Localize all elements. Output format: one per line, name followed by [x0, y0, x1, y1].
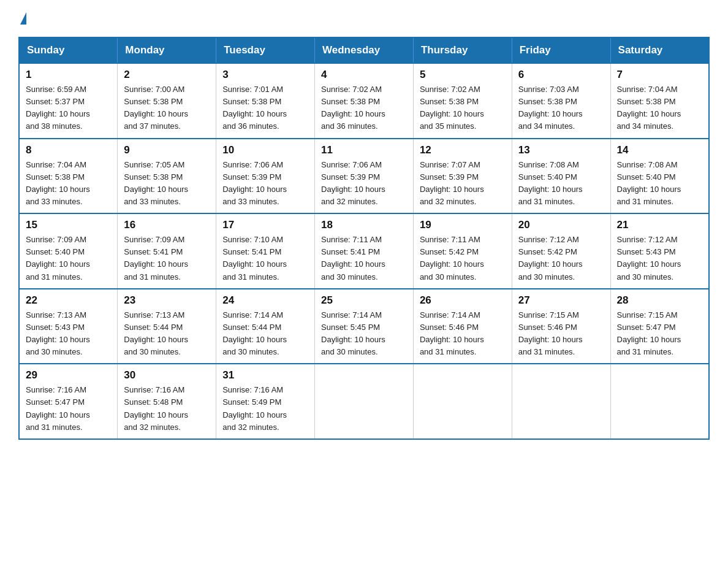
day-info: Sunrise: 7:13 AM Sunset: 5:44 PM Dayligh…: [124, 309, 210, 359]
day-info: Sunrise: 7:03 AM Sunset: 5:38 PM Dayligh…: [518, 83, 604, 133]
day-number: 23: [124, 294, 210, 307]
calendar-cell: 18 Sunrise: 7:11 AM Sunset: 5:41 PM Dayl…: [315, 213, 414, 289]
calendar-cell: 13 Sunrise: 7:08 AM Sunset: 5:40 PM Dayl…: [512, 139, 610, 214]
calendar-cell: 14 Sunrise: 7:08 AM Sunset: 5:40 PM Dayl…: [610, 139, 709, 214]
day-info: Sunrise: 7:13 AM Sunset: 5:43 PM Dayligh…: [26, 309, 111, 359]
calendar-cell: 23 Sunrise: 7:13 AM Sunset: 5:44 PM Dayl…: [118, 289, 216, 364]
day-info: Sunrise: 7:12 AM Sunset: 5:42 PM Dayligh…: [518, 234, 604, 283]
day-of-week-friday: Friday: [512, 37, 610, 63]
calendar-cell: 11 Sunrise: 7:06 AM Sunset: 5:39 PM Dayl…: [315, 139, 414, 214]
day-number: 10: [222, 144, 308, 156]
day-info: Sunrise: 7:12 AM Sunset: 5:43 PM Dayligh…: [617, 234, 702, 283]
day-number: 25: [321, 294, 407, 307]
logo-triangle-icon: [20, 12, 26, 25]
day-of-week-thursday: Thursday: [413, 37, 512, 63]
day-info: Sunrise: 6:59 AM Sunset: 5:37 PM Dayligh…: [26, 83, 111, 133]
calendar-cell: 25 Sunrise: 7:14 AM Sunset: 5:45 PM Dayl…: [315, 289, 414, 364]
day-of-week-tuesday: Tuesday: [216, 37, 315, 63]
calendar-cell: 31 Sunrise: 7:16 AM Sunset: 5:49 PM Dayl…: [216, 364, 315, 439]
day-of-week-saturday: Saturday: [610, 37, 709, 63]
day-info: Sunrise: 7:14 AM Sunset: 5:46 PM Dayligh…: [420, 309, 506, 359]
calendar-week-4: 22 Sunrise: 7:13 AM Sunset: 5:43 PM Dayl…: [19, 289, 709, 364]
calendar-cell: 20 Sunrise: 7:12 AM Sunset: 5:42 PM Dayl…: [512, 213, 610, 289]
day-number: 28: [617, 294, 702, 307]
day-number: 18: [321, 219, 407, 231]
calendar-cell: [413, 364, 512, 439]
day-info: Sunrise: 7:06 AM Sunset: 5:39 PM Dayligh…: [321, 159, 407, 209]
day-info: Sunrise: 7:08 AM Sunset: 5:40 PM Dayligh…: [617, 159, 702, 209]
day-number: 5: [420, 69, 506, 81]
day-number: 14: [617, 144, 702, 156]
day-number: 19: [420, 219, 506, 231]
day-of-week-wednesday: Wednesday: [315, 37, 414, 63]
day-number: 20: [518, 219, 604, 231]
calendar-cell: 8 Sunrise: 7:04 AM Sunset: 5:38 PM Dayli…: [19, 139, 118, 214]
day-number: 13: [518, 144, 604, 156]
calendar-cell: [315, 364, 414, 439]
calendar-cell: 24 Sunrise: 7:14 AM Sunset: 5:44 PM Dayl…: [216, 289, 315, 364]
day-info: Sunrise: 7:16 AM Sunset: 5:47 PM Dayligh…: [26, 384, 111, 434]
calendar-cell: 15 Sunrise: 7:09 AM Sunset: 5:40 PM Dayl…: [19, 213, 118, 289]
calendar-cell: 9 Sunrise: 7:05 AM Sunset: 5:38 PM Dayli…: [118, 139, 216, 214]
calendar-cell: 1 Sunrise: 6:59 AM Sunset: 5:37 PM Dayli…: [19, 63, 118, 139]
day-of-week-sunday: Sunday: [19, 37, 118, 63]
calendar-cell: 4 Sunrise: 7:02 AM Sunset: 5:38 PM Dayli…: [315, 63, 414, 139]
calendar-cell: [512, 364, 610, 439]
day-info: Sunrise: 7:06 AM Sunset: 5:39 PM Dayligh…: [222, 159, 308, 209]
calendar-cell: 26 Sunrise: 7:14 AM Sunset: 5:46 PM Dayl…: [413, 289, 512, 364]
day-number: 26: [420, 294, 506, 307]
day-info: Sunrise: 7:08 AM Sunset: 5:40 PM Dayligh…: [518, 159, 604, 209]
calendar-week-5: 29 Sunrise: 7:16 AM Sunset: 5:47 PM Dayl…: [19, 364, 709, 439]
day-number: 31: [222, 369, 308, 381]
calendar-cell: 10 Sunrise: 7:06 AM Sunset: 5:39 PM Dayl…: [216, 139, 315, 214]
day-number: 6: [518, 69, 604, 81]
calendar-cell: 2 Sunrise: 7:00 AM Sunset: 5:38 PM Dayli…: [118, 63, 216, 139]
day-number: 4: [321, 69, 407, 81]
calendar-cell: 21 Sunrise: 7:12 AM Sunset: 5:43 PM Dayl…: [610, 213, 709, 289]
calendar-week-1: 1 Sunrise: 6:59 AM Sunset: 5:37 PM Dayli…: [19, 63, 709, 139]
calendar-cell: 22 Sunrise: 7:13 AM Sunset: 5:43 PM Dayl…: [19, 289, 118, 364]
day-number: 24: [222, 294, 308, 307]
day-number: 22: [26, 294, 111, 307]
day-number: 17: [222, 219, 308, 231]
day-info: Sunrise: 7:14 AM Sunset: 5:44 PM Dayligh…: [222, 309, 308, 359]
calendar-cell: 28 Sunrise: 7:15 AM Sunset: 5:47 PM Dayl…: [610, 289, 709, 364]
calendar-cell: 7 Sunrise: 7:04 AM Sunset: 5:38 PM Dayli…: [610, 63, 709, 139]
day-info: Sunrise: 7:09 AM Sunset: 5:41 PM Dayligh…: [124, 234, 210, 283]
day-number: 11: [321, 144, 407, 156]
calendar-cell: 12 Sunrise: 7:07 AM Sunset: 5:39 PM Dayl…: [413, 139, 512, 214]
day-number: 3: [222, 69, 308, 81]
day-number: 9: [124, 144, 210, 156]
calendar-cell: [610, 364, 709, 439]
calendar-header: SundayMondayTuesdayWednesdayThursdayFrid…: [19, 37, 709, 63]
day-info: Sunrise: 7:00 AM Sunset: 5:38 PM Dayligh…: [124, 83, 210, 133]
day-number: 30: [124, 369, 210, 381]
day-info: Sunrise: 7:09 AM Sunset: 5:40 PM Dayligh…: [26, 234, 111, 283]
day-number: 27: [518, 294, 604, 307]
day-number: 1: [26, 69, 111, 81]
days-of-week-row: SundayMondayTuesdayWednesdayThursdayFrid…: [19, 37, 709, 63]
page-header: [18, 12, 710, 25]
calendar-cell: 6 Sunrise: 7:03 AM Sunset: 5:38 PM Dayli…: [512, 63, 610, 139]
calendar-cell: 27 Sunrise: 7:15 AM Sunset: 5:46 PM Dayl…: [512, 289, 610, 364]
day-info: Sunrise: 7:15 AM Sunset: 5:46 PM Dayligh…: [518, 309, 604, 359]
day-of-week-monday: Monday: [118, 37, 216, 63]
day-info: Sunrise: 7:10 AM Sunset: 5:41 PM Dayligh…: [222, 234, 308, 283]
day-number: 29: [26, 369, 111, 381]
day-info: Sunrise: 7:07 AM Sunset: 5:39 PM Dayligh…: [420, 159, 506, 209]
day-info: Sunrise: 7:16 AM Sunset: 5:48 PM Dayligh…: [124, 384, 210, 434]
calendar-table: SundayMondayTuesdayWednesdayThursdayFrid…: [18, 37, 710, 440]
day-info: Sunrise: 7:01 AM Sunset: 5:38 PM Dayligh…: [222, 83, 308, 133]
calendar-cell: 29 Sunrise: 7:16 AM Sunset: 5:47 PM Dayl…: [19, 364, 118, 439]
day-number: 8: [26, 144, 111, 156]
day-info: Sunrise: 7:15 AM Sunset: 5:47 PM Dayligh…: [617, 309, 702, 359]
day-number: 12: [420, 144, 506, 156]
logo: [18, 12, 26, 25]
calendar-cell: 3 Sunrise: 7:01 AM Sunset: 5:38 PM Dayli…: [216, 63, 315, 139]
calendar-week-2: 8 Sunrise: 7:04 AM Sunset: 5:38 PM Dayli…: [19, 139, 709, 214]
day-number: 15: [26, 219, 111, 231]
day-info: Sunrise: 7:02 AM Sunset: 5:38 PM Dayligh…: [420, 83, 506, 133]
day-info: Sunrise: 7:04 AM Sunset: 5:38 PM Dayligh…: [26, 159, 111, 209]
day-info: Sunrise: 7:02 AM Sunset: 5:38 PM Dayligh…: [321, 83, 407, 133]
calendar-cell: 17 Sunrise: 7:10 AM Sunset: 5:41 PM Dayl…: [216, 213, 315, 289]
